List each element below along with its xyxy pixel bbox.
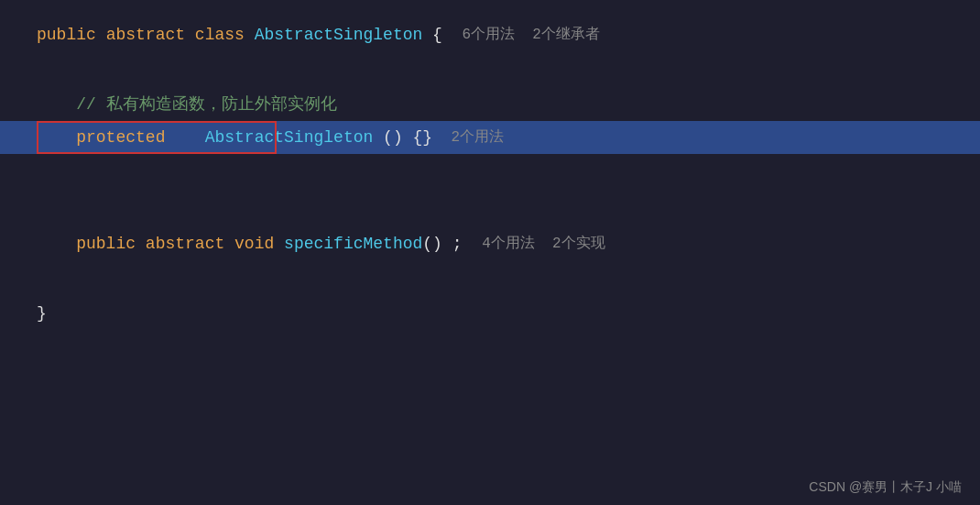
brace-close: }: [37, 297, 47, 330]
code-line-method: public abstract void specificMethod() ; …: [37, 227, 943, 260]
keyword-abstract-2: abstract: [146, 227, 234, 260]
keyword-protected: protected: [76, 121, 165, 154]
empty-line-2: [37, 51, 943, 88]
keyword-public-1: public: [37, 18, 106, 51]
code-line-1: public abstract class AbstractSingleton …: [37, 18, 943, 51]
method-parens: () ;: [422, 227, 482, 260]
editor-container: public abstract class AbstractSingleton …: [0, 0, 980, 505]
meta-usage-1: 6个用法 2个继承者: [463, 18, 600, 51]
constructor-name: AbstractSingleton: [205, 121, 374, 154]
meta-usage-method: 4个用法 2个实现: [482, 227, 604, 260]
comment-line: // 私有构造函数，防止外部实例化: [37, 88, 943, 121]
brace-open: {: [422, 18, 462, 51]
meta-usage-constructor: 2个用法: [442, 121, 504, 154]
indent-space: [37, 121, 76, 154]
method-name-specific: specificMethod: [284, 227, 422, 260]
empty-line-9: [37, 260, 943, 297]
indent-space-method: [37, 227, 76, 260]
keyword-void: void: [234, 227, 284, 260]
class-name-main: AbstractSingleton: [255, 18, 423, 51]
empty-line-7: [37, 191, 943, 227]
keyword-public-2: public: [76, 227, 146, 260]
code-line-close: }: [37, 297, 943, 330]
code-area: public abstract class AbstractSingleton …: [0, 0, 980, 348]
empty-line-6: [37, 154, 943, 191]
keyword-class: class: [195, 18, 255, 51]
comment-chinese: 私有构造函数，防止外部实例化: [106, 88, 337, 121]
code-line-constructor: protected AbstractSingleton () {} 2个用法: [0, 121, 980, 154]
space-after-protected: [165, 121, 204, 154]
comment-text: //: [37, 88, 106, 121]
constructor-parens: () {}: [373, 121, 442, 154]
footer-text: CSDN @赛男丨木子J 小喵: [809, 479, 962, 494]
footer: CSDN @赛男丨木子J 小喵: [805, 479, 962, 496]
keyword-abstract-1: abstract: [106, 18, 195, 51]
